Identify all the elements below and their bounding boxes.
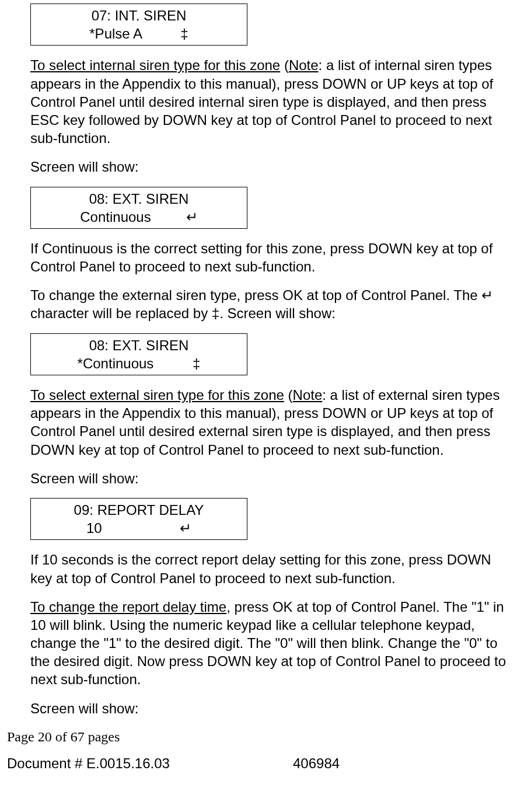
screen-line-1: 09: REPORT DELAY (31, 501, 247, 519)
footer-code: 406984 (293, 754, 340, 772)
paragraph-screen-will-show: Screen will show: (30, 469, 510, 487)
note-label: Note (293, 387, 323, 403)
document-number: Document # E.0015.16.03 (7, 754, 293, 772)
paragraph-screen-will-show: Screen will show: (30, 699, 510, 717)
paragraph-if-continuous: If Continuous is the correct setting for… (30, 239, 510, 276)
screen-line-2: 10 ↵ (31, 519, 247, 537)
lcd-screen-07-int-siren: 07: INT. SIREN *Pulse A ‡ (30, 4, 247, 46)
paragraph-screen-will-show: Screen will show: (30, 158, 510, 176)
underlined-heading: To select internal siren type for this z… (30, 57, 280, 73)
paragraph-change-external-siren: To change the external siren type, press… (30, 286, 510, 322)
lcd-screen-08-ext-siren: 08: EXT. SIREN Continuous ↵ (30, 187, 247, 229)
paragraph-if-10-seconds: If 10 seconds is the correct report dela… (30, 550, 510, 587)
screen-line-2: *Pulse A ‡ (31, 25, 247, 43)
page-number: Page 20 of 67 pages (7, 728, 510, 746)
note-label: Note (289, 57, 319, 73)
paragraph-change-report-delay: To change the report delay time, press O… (30, 598, 510, 689)
paragraph-select-internal-siren: To select internal siren type for this z… (30, 56, 510, 147)
screen-line-1: 08: EXT. SIREN (31, 336, 247, 354)
screen-line-2: *Continuous ‡ (31, 354, 247, 372)
screen-line-1: 08: EXT. SIREN (31, 190, 247, 208)
screen-line-2: Continuous ↵ (31, 208, 247, 226)
underlined-heading: To select external siren type for this z… (30, 387, 284, 403)
page-footer: Page 20 of 67 pages Document # E.0015.16… (7, 728, 510, 772)
paragraph-select-external-siren: To select external siren type for this z… (30, 386, 510, 459)
underlined-heading: To change the report delay time (30, 599, 226, 615)
lcd-screen-08-ext-siren-edit: 08: EXT. SIREN *Continuous ‡ (30, 333, 247, 375)
screen-line-1: 07: INT. SIREN (31, 6, 247, 25)
lcd-screen-09-report-delay: 09: REPORT DELAY 10 ↵ (30, 498, 247, 540)
